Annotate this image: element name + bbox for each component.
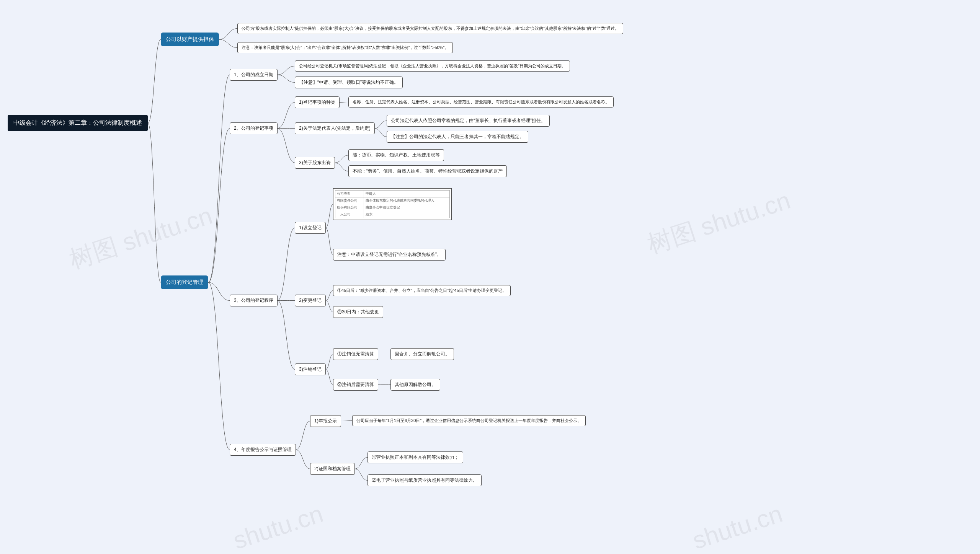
b1-note-2: 注意：决策者只能是“股东(大)会”；“出席”会议非“全体”;所持“表决权”非“人…	[237, 42, 453, 53]
s2b-note-2: 【注意】公司的法定代表人，只能三者择其一，章程不能瞎规定。	[387, 131, 528, 143]
s3c-sub-2-detail: 其他原因解散公司。	[390, 379, 440, 391]
s4a-note: 公司应当于每年“1月1日至6月30日”，通过企业信用信息公示系统向公司登记机关报…	[352, 415, 586, 426]
cell: 由董事会申请设立登记	[364, 204, 449, 211]
s4b-note-1: ①营业执照正本和副本具有同等法律效力；	[368, 451, 463, 463]
s2a[interactable]: 1)登记事项的种类	[295, 96, 340, 108]
s3c-sub-1: ①注销但无需清算	[333, 348, 378, 360]
s1-note-1: 公司经公司登记机关(市场监督管理局)依法登记，领取《企业法人营业执照》，方取得企…	[295, 60, 570, 72]
s4b[interactable]: 2)证照和档案管理	[310, 463, 355, 475]
s3a-setup[interactable]: 1)设立登记	[295, 222, 326, 234]
s3-reg-procedure[interactable]: 3、公司的登记程序	[230, 295, 278, 306]
s3c-cancel[interactable]: 3)注销登记	[295, 363, 326, 375]
s1-note-2: 【注意】“申请、受理、领取日”等说法均不正确。	[295, 77, 403, 88]
s2c-note-2: 不能：“劳务”、信用、自然人姓名、商誉、特许经营权或者设定担保的财产	[348, 165, 507, 177]
connectors	[0, 0, 980, 554]
s2a-note: 名称、住所、法定代表人姓名、注册资本、公司类型、经营范围、营业期限、有限责任公司…	[348, 96, 614, 108]
s3a-table: 公司类型申请人 有限责任公司由全体股东指定的代表或者共同委托的代理人 股份有限公…	[333, 188, 452, 220]
s3b-change[interactable]: 2)变更登记	[295, 295, 326, 306]
b1-note-1: 公司为“股东或者实际控制人”提供担保的，必须由“股东(大)会”决议，接受担保的股…	[237, 23, 623, 34]
root-node[interactable]: 中级会计《经济法》第二章：公司法律制度概述	[8, 115, 148, 131]
s4-annual[interactable]: 4、年度报告公示与证照管理	[230, 444, 296, 456]
cell: 股份有限公司	[335, 204, 364, 211]
cell: 有限责任公司	[335, 197, 364, 204]
cell: 一人公司	[335, 211, 364, 218]
s3b-note-1: ①45日后：“减少注册资本、合并、分立”，应当自“公告之日”起“45日后”申请办…	[333, 285, 511, 296]
s2c-note-1: 能：货币、实物、知识产权、土地使用权等	[348, 149, 444, 161]
cell: 公司类型	[335, 191, 364, 197]
s2-reg-items[interactable]: 2、公司的登记事项	[230, 122, 278, 134]
cell: 申请人	[364, 191, 449, 197]
s3b-note-2: ②30日内：其他变更	[333, 306, 383, 318]
branch-registration[interactable]: 公司的登记管理	[161, 275, 208, 289]
s3a-note: 注意：申请设立登记无需进行“企业名称预先核准”。	[333, 249, 446, 261]
s2c[interactable]: 3)关于股东出资	[295, 157, 335, 169]
s4b-note-2: ②电子营业执照与纸质营业执照具有同等法律效力。	[368, 474, 482, 486]
cell: 由全体股东指定的代表或者共同委托的代理人	[364, 197, 449, 204]
branch-guarantee[interactable]: 公司以财产提供担保	[161, 33, 219, 46]
cell: 股东	[364, 211, 449, 218]
s2b[interactable]: 2)关于法定代表人(先法定，后约定)	[295, 122, 375, 134]
s2b-note-1: 公司法定代表人依照公司章程的规定，由“董事长、执行董事或者经理”担任。	[387, 115, 550, 127]
s4a[interactable]: 1)年报公示	[310, 415, 341, 427]
s1-establish-date[interactable]: 1、公司的成立日期	[230, 69, 278, 81]
s3c-sub-2: ②注销后需要清算	[333, 379, 378, 391]
s3c-sub-1-detail: 因合并、分立而解散公司。	[390, 348, 454, 360]
